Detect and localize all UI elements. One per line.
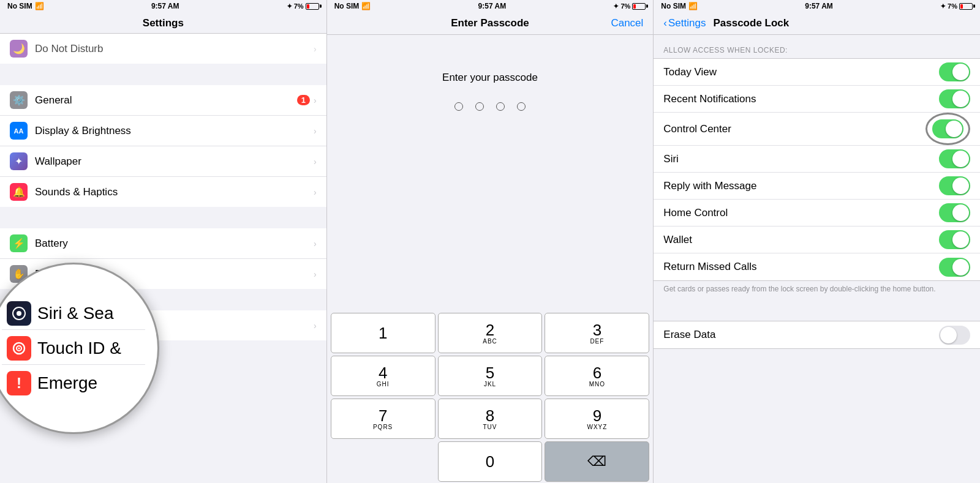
recent-notifications-toggle[interactable] xyxy=(939,89,970,108)
control-center-toggle[interactable] xyxy=(932,119,963,138)
zoom-emergency-icon: ! xyxy=(7,371,31,395)
wallet-toggle-thumb xyxy=(952,231,969,248)
general-icon: ⚙️ xyxy=(10,91,28,109)
siri-row[interactable]: Siri xyxy=(654,146,980,173)
status-left-3: No SIM 📶 xyxy=(661,2,698,10)
battery-icon-1 xyxy=(306,3,319,10)
today-view-label: Today View xyxy=(663,66,939,78)
display-brightness-icon: AA xyxy=(10,122,28,140)
erase-data-toggle-thumb xyxy=(940,327,957,343)
today-view-row[interactable]: Today View xyxy=(654,59,980,86)
back-button[interactable]: ‹ Settings xyxy=(663,17,706,29)
delete-icon: ⌫ xyxy=(587,454,606,470)
chevron-icon-privacy: › xyxy=(314,269,317,279)
wallpaper-label: Wallpaper xyxy=(35,155,314,168)
wallet-note: Get cards or passes ready from the lock … xyxy=(654,281,980,299)
kb-key-1[interactable]: 1 xyxy=(331,313,435,353)
control-center-toggle-thumb xyxy=(946,121,962,137)
bluetooth-icon-3: ✦ xyxy=(940,2,946,10)
kb-num-7: 7 xyxy=(379,408,387,424)
passcode-lock-content[interactable]: ALLOW ACCESS WHEN LOCKED: Today View Rec… xyxy=(654,35,980,483)
kb-key-8[interactable]: 8TUV xyxy=(438,399,543,439)
siri-toggle-thumb xyxy=(952,151,969,167)
kb-letters-4: GHI xyxy=(377,381,390,388)
wallet-toggle[interactable] xyxy=(939,230,970,249)
kb-key-9[interactable]: 9WXYZ xyxy=(545,399,649,439)
settings-row-wallpaper[interactable]: ✦ Wallpaper › xyxy=(0,146,326,177)
kb-key-empty xyxy=(331,441,435,482)
siri-toggle[interactable] xyxy=(939,149,970,168)
settings-row-do-not-disturb[interactable]: 🌙 Do Not Disturb › xyxy=(0,34,326,64)
erase-data-label: Erase Data xyxy=(663,329,939,341)
chevron-icon-general: › xyxy=(314,95,317,105)
passcode-title: Enter Passcode xyxy=(451,17,529,29)
erase-data-toggle[interactable] xyxy=(939,326,970,345)
passcode-body: Enter your passcode 1 2ABC 3DEF 4GHI 5JK… xyxy=(327,35,654,483)
today-view-toggle[interactable] xyxy=(939,62,970,81)
kb-key-5[interactable]: 5JKL xyxy=(438,356,543,396)
status-left-1: No SIM 📶 xyxy=(7,2,44,10)
kb-key-0[interactable]: 0 xyxy=(438,441,543,482)
passcode-lock-panel: No SIM 📶 9:57 AM ✦ 7% ‹ Settings Passcod… xyxy=(653,0,980,483)
reply-with-message-toggle[interactable] xyxy=(939,176,970,195)
carrier-label-3: No SIM xyxy=(661,2,686,10)
settings-row-general[interactable]: ⚙️ General 1 › xyxy=(0,85,326,116)
kb-row-1: 1 2ABC 3DEF xyxy=(330,312,651,354)
section-divider-1 xyxy=(0,64,326,85)
zoom-touchid-label: Touch ID & xyxy=(37,339,121,358)
recent-notifications-row[interactable]: Recent Notifications xyxy=(654,86,980,113)
kb-num-6: 6 xyxy=(593,365,601,381)
general-badge: 1 xyxy=(297,95,310,105)
battery-fill-1 xyxy=(307,4,309,9)
battery-label-3: 7% xyxy=(948,2,957,10)
kb-num-2: 2 xyxy=(486,322,494,338)
passcode-panel: No SIM 📶 9:57 AM ✦ 7% Enter Passcode Can… xyxy=(326,0,654,483)
time-1: 9:57 AM xyxy=(151,2,179,10)
today-view-toggle-thumb xyxy=(952,64,969,80)
erase-data-row[interactable]: Erase Data xyxy=(654,321,980,348)
home-control-toggle[interactable] xyxy=(939,203,970,222)
time-3: 9:57 AM xyxy=(805,2,833,10)
control-center-row[interactable]: Control Center xyxy=(654,113,980,146)
settings-group-main: ⚙️ General 1 › AA Display & Brightness ›… xyxy=(0,85,326,207)
kb-letters-2: ABC xyxy=(483,338,497,345)
kb-key-delete[interactable]: ⌫ xyxy=(545,441,649,482)
kb-letters-7: PQRS xyxy=(373,424,393,430)
kb-num-0: 0 xyxy=(486,454,494,470)
wallet-label: Wallet xyxy=(663,234,939,246)
reply-with-message-row[interactable]: Reply with Message xyxy=(654,173,980,200)
back-label: Settings xyxy=(668,17,706,29)
kb-num-9: 9 xyxy=(593,408,601,424)
wallet-row[interactable]: Wallet xyxy=(654,227,980,253)
kb-num-3: 3 xyxy=(593,322,601,338)
return-missed-calls-row[interactable]: Return Missed Calls xyxy=(654,253,980,280)
do-not-disturb-label: Do Not Disturb xyxy=(35,43,314,55)
kb-key-4[interactable]: 4GHI xyxy=(331,356,435,396)
sounds-icon: 🔔 xyxy=(10,183,28,201)
passcode-cancel-button[interactable]: Cancel xyxy=(611,17,643,29)
battery-icon-2 xyxy=(632,3,646,10)
settings-row-display-brightness[interactable]: AA Display & Brightness › xyxy=(0,116,326,146)
zoom-content: Siri & Sea Touch ID & ! Emerge xyxy=(0,285,157,411)
status-bar-3: No SIM 📶 9:57 AM ✦ 7% xyxy=(654,0,980,12)
home-control-row[interactable]: Home Control xyxy=(654,200,980,227)
passcode-keyboard: 1 2ABC 3DEF 4GHI 5JKL 6MNO 7PQRS 8TUV 9W… xyxy=(327,312,654,483)
settings-row-sounds[interactable]: 🔔 Sounds & Haptics › xyxy=(0,177,326,207)
sounds-label: Sounds & Haptics xyxy=(35,186,314,198)
kb-num-4: 4 xyxy=(379,365,387,381)
reply-with-message-label: Reply with Message xyxy=(663,180,939,192)
settings-row-battery[interactable]: ⚡ Battery › xyxy=(0,228,326,259)
status-bar-2: No SIM 📶 9:57 AM ✦ 7% xyxy=(327,0,654,12)
wifi-icon-1: 📶 xyxy=(35,2,44,10)
battery-setting-icon: ⚡ xyxy=(10,234,28,252)
return-missed-calls-toggle[interactable] xyxy=(939,258,970,277)
control-center-label: Control Center xyxy=(663,123,925,135)
settings-panel: No SIM 📶 9:57 AM ✦ 7% Settings 🌙 Do Not … xyxy=(0,0,326,483)
display-brightness-label: Display & Brightness xyxy=(35,125,314,137)
toggle-group: Today View Recent Notifications Control … xyxy=(654,58,980,281)
kb-key-7[interactable]: 7PQRS xyxy=(331,399,435,439)
kb-key-3[interactable]: 3DEF xyxy=(545,313,649,353)
recent-notifications-label: Recent Notifications xyxy=(663,93,939,105)
kb-key-2[interactable]: 2ABC xyxy=(438,313,543,353)
kb-key-6[interactable]: 6MNO xyxy=(545,356,649,396)
